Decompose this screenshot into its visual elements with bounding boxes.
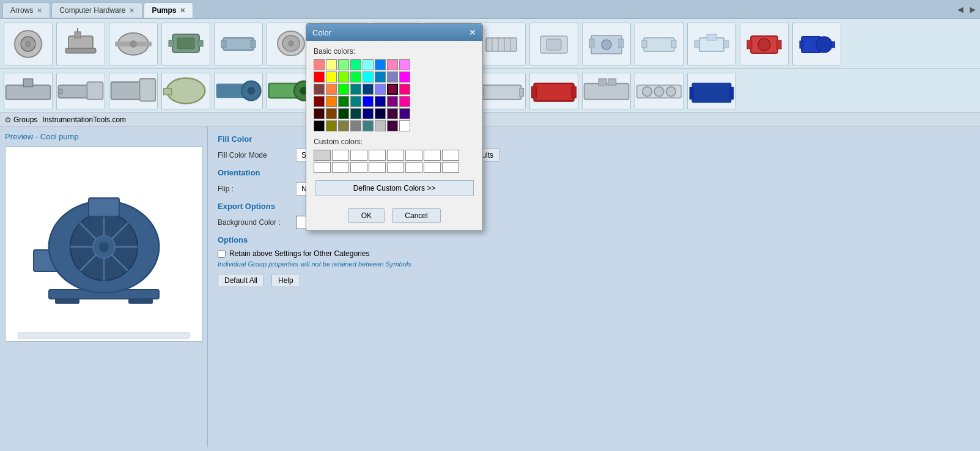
custom-color-cell[interactable] bbox=[442, 162, 459, 173]
custom-color-cell[interactable] bbox=[332, 150, 349, 161]
basic-color-cell[interactable] bbox=[326, 108, 337, 119]
pump-small-11[interactable] bbox=[529, 73, 578, 109]
basic-color-cell[interactable] bbox=[326, 59, 337, 70]
pump-icon-10[interactable] bbox=[477, 23, 526, 65]
pump-icon-13[interactable] bbox=[635, 23, 683, 65]
basic-color-cell[interactable] bbox=[387, 96, 398, 107]
custom-color-cell[interactable] bbox=[350, 162, 367, 173]
basic-color-cell[interactable] bbox=[350, 72, 361, 82]
tab-arrows-close[interactable]: ✕ bbox=[37, 7, 42, 15]
basic-color-cell[interactable] bbox=[338, 84, 349, 95]
default-all-btn[interactable]: Default All bbox=[218, 274, 264, 287]
basic-color-cell[interactable] bbox=[363, 84, 374, 95]
basic-color-cell[interactable] bbox=[387, 59, 398, 70]
basic-color-cell[interactable] bbox=[363, 59, 374, 70]
basic-color-cell[interactable] bbox=[338, 96, 349, 107]
basic-color-cell[interactable] bbox=[399, 108, 410, 119]
pump-icon-3[interactable] bbox=[109, 23, 158, 65]
custom-color-cell[interactable] bbox=[405, 162, 422, 173]
basic-color-cell[interactable] bbox=[399, 84, 410, 95]
dialog-close-btn[interactable]: ✕ bbox=[469, 28, 476, 37]
pump-icon-4[interactable] bbox=[161, 23, 210, 65]
tab-pumps-close[interactable]: ✕ bbox=[180, 7, 185, 15]
basic-color-cell[interactable] bbox=[314, 84, 325, 95]
basic-color-cell[interactable] bbox=[375, 72, 386, 82]
tab-computer-hardware-close[interactable]: ✕ bbox=[129, 7, 134, 15]
pump-small-2[interactable] bbox=[56, 73, 105, 109]
pump-icon-2[interactable] bbox=[56, 23, 105, 65]
retain-settings-checkbox[interactable] bbox=[218, 250, 226, 258]
custom-color-cell[interactable] bbox=[369, 162, 386, 173]
pump-small-4[interactable] bbox=[161, 73, 210, 109]
basic-color-cell[interactable] bbox=[350, 108, 361, 119]
basic-color-cell[interactable] bbox=[338, 59, 349, 70]
define-custom-colors-btn[interactable]: Define Custom Colors >> bbox=[315, 180, 474, 196]
custom-color-cell[interactable] bbox=[405, 150, 422, 161]
basic-color-cell[interactable] bbox=[338, 108, 349, 119]
pump-icon-16[interactable] bbox=[792, 23, 841, 65]
custom-color-cell[interactable] bbox=[350, 150, 367, 161]
basic-color-cell[interactable] bbox=[314, 72, 325, 82]
pump-small-13[interactable] bbox=[635, 73, 683, 109]
basic-color-cell[interactable] bbox=[326, 120, 337, 131]
basic-color-cell[interactable] bbox=[350, 96, 361, 107]
pump-small-12[interactable] bbox=[582, 73, 631, 109]
basic-color-cell[interactable] bbox=[387, 72, 398, 82]
custom-color-cell[interactable] bbox=[314, 150, 331, 161]
pump-icon-12[interactable] bbox=[582, 23, 631, 65]
tab-computer-hardware[interactable]: Computer Hardware ✕ bbox=[51, 2, 142, 18]
basic-color-cell[interactable] bbox=[314, 120, 325, 131]
cancel-btn[interactable]: Cancel bbox=[392, 208, 440, 223]
custom-color-cell[interactable] bbox=[424, 150, 441, 161]
basic-color-cell[interactable] bbox=[375, 96, 386, 107]
tab-nav[interactable]: ◄ ► bbox=[956, 4, 978, 18]
basic-color-cell[interactable] bbox=[363, 108, 374, 119]
help-btn[interactable]: Help bbox=[271, 274, 300, 287]
custom-color-cell[interactable] bbox=[442, 150, 459, 161]
basic-color-cell[interactable] bbox=[314, 59, 325, 70]
basic-color-cell[interactable] bbox=[326, 96, 337, 107]
basic-color-cell[interactable] bbox=[375, 59, 386, 70]
pump-icon-5[interactable] bbox=[214, 23, 263, 65]
basic-color-cell[interactable] bbox=[399, 120, 410, 131]
custom-color-cell[interactable] bbox=[424, 162, 441, 173]
pump-icon-1[interactable] bbox=[4, 23, 53, 65]
custom-color-cell[interactable] bbox=[332, 162, 349, 173]
basic-color-cell[interactable] bbox=[314, 96, 325, 107]
custom-color-cell[interactable] bbox=[369, 150, 386, 161]
pump-small-1[interactable] bbox=[4, 73, 53, 109]
basic-color-cell[interactable] bbox=[375, 120, 386, 131]
basic-color-cell[interactable] bbox=[338, 72, 349, 82]
pump-small-14[interactable] bbox=[687, 73, 736, 109]
basic-color-cell[interactable] bbox=[399, 72, 410, 82]
preview-scrollbar[interactable] bbox=[18, 332, 190, 339]
ok-btn[interactable]: OK bbox=[348, 208, 385, 223]
pump-icon-15[interactable] bbox=[740, 23, 789, 65]
pump-icon-11[interactable] bbox=[529, 23, 578, 65]
tab-arrows[interactable]: Arrows ✕ bbox=[2, 2, 50, 18]
basic-color-cell[interactable] bbox=[363, 120, 374, 131]
basic-color-cell[interactable] bbox=[363, 72, 374, 82]
basic-color-cell[interactable] bbox=[387, 84, 398, 95]
custom-color-cell[interactable] bbox=[387, 150, 404, 161]
basic-color-cell[interactable] bbox=[387, 120, 398, 131]
custom-color-cell[interactable] bbox=[314, 162, 331, 173]
pump-icon-14[interactable] bbox=[687, 23, 736, 65]
pump-small-10[interactable] bbox=[477, 73, 526, 109]
basic-color-cell[interactable] bbox=[350, 120, 361, 131]
pump-small-3[interactable] bbox=[109, 73, 158, 109]
tab-pumps[interactable]: Pumps ✕ bbox=[144, 2, 193, 18]
basic-color-cell[interactable] bbox=[338, 120, 349, 131]
basic-color-cell[interactable] bbox=[326, 84, 337, 95]
basic-color-cell[interactable] bbox=[350, 59, 361, 70]
basic-color-cell[interactable] bbox=[314, 108, 325, 119]
basic-color-cell[interactable] bbox=[375, 108, 386, 119]
custom-color-cell[interactable] bbox=[387, 162, 404, 173]
basic-color-cell[interactable] bbox=[375, 84, 386, 95]
pump-small-5[interactable] bbox=[214, 73, 263, 109]
basic-color-cell[interactable] bbox=[350, 84, 361, 95]
basic-color-cell[interactable] bbox=[387, 108, 398, 119]
basic-color-cell[interactable] bbox=[399, 59, 410, 70]
basic-color-cell[interactable] bbox=[399, 96, 410, 107]
basic-color-cell[interactable] bbox=[363, 96, 374, 107]
